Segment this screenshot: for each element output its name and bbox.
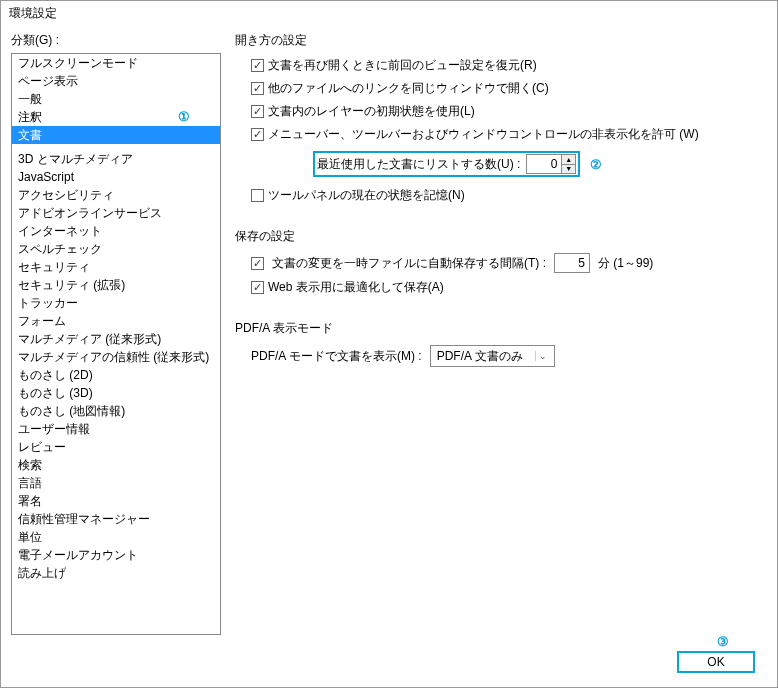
category-item[interactable]: 一般: [12, 90, 220, 108]
category-item[interactable]: ものさし (地図情報): [12, 402, 220, 420]
checkbox-remember-toolpanel[interactable]: [251, 189, 264, 202]
category-item[interactable]: 読み上げ: [12, 564, 220, 582]
category-item[interactable]: 文書: [12, 126, 220, 144]
annotation-1: ①: [178, 109, 190, 125]
group-title-pdfa: PDF/A 表示モード: [235, 320, 767, 337]
category-item[interactable]: JavaScript: [12, 168, 220, 186]
category-item[interactable]: アドビオンラインサービス: [12, 204, 220, 222]
label-autosave-unit: 分 (1～99): [598, 255, 653, 272]
spin-up-icon[interactable]: ▲: [562, 155, 575, 165]
group-save-settings: 保存の設定 文書の変更を一時ファイルに自動保存する間隔(T) : 分 (1～99…: [235, 228, 767, 296]
category-item[interactable]: 電子メールアカウント: [12, 546, 220, 564]
window-title: 環境設定: [1, 1, 777, 26]
checkbox-web-optimize[interactable]: [251, 281, 264, 294]
group-title-open: 開き方の設定: [235, 32, 767, 49]
category-item[interactable]: マルチメディア (従来形式): [12, 330, 220, 348]
category-item[interactable]: セキュリティ: [12, 258, 220, 276]
category-item[interactable]: 署名: [12, 492, 220, 510]
input-recent-docs[interactable]: [527, 155, 561, 173]
ok-button[interactable]: OK: [677, 651, 755, 673]
select-pdfa-value: PDF/A 文書のみ: [437, 348, 523, 365]
category-item[interactable]: セキュリティ (拡張): [12, 276, 220, 294]
label-web-optimize: Web 表示用に最適化して保存(A): [268, 279, 444, 296]
category-item[interactable]: トラッカー: [12, 294, 220, 312]
label-recent-docs: 最近使用した文書にリストする数(U) :: [317, 156, 520, 173]
label-same-window-links: 他のファイルへのリンクを同じウィンドウで開く(C): [268, 80, 549, 97]
preferences-dialog: 環境設定 分類(G) : フルスクリーンモードページ表示一般注釈①文書3D とマ…: [0, 0, 778, 688]
chevron-down-icon: ⌄: [535, 351, 550, 361]
category-panel: 分類(G) : フルスクリーンモードページ表示一般注釈①文書3D とマルチメディ…: [11, 32, 221, 635]
select-pdfa-mode[interactable]: PDF/A 文書のみ ⌄: [430, 345, 555, 367]
label-allow-hide-controls: メニューバー、ツールバーおよびウィンドウコントロールの非表示化を許可 (W): [268, 126, 699, 143]
dialog-footer: OK: [1, 645, 777, 687]
category-item[interactable]: ユーザー情報: [12, 420, 220, 438]
category-item[interactable]: ものさし (3D): [12, 384, 220, 402]
category-item[interactable]: フォーム: [12, 312, 220, 330]
annotation-2: ②: [590, 157, 602, 172]
spin-down-icon[interactable]: ▼: [562, 165, 575, 174]
category-item[interactable]: 注釈①: [12, 108, 220, 126]
category-label: 分類(G) :: [11, 32, 221, 49]
checkbox-autosave[interactable]: [251, 257, 264, 270]
category-item[interactable]: マルチメディアの信頼性 (従来形式): [12, 348, 220, 366]
group-pdfa-mode: PDF/A 表示モード PDF/A モードで文書を表示(M) : PDF/A 文…: [235, 320, 767, 367]
checkbox-restore-view[interactable]: [251, 59, 264, 72]
checkbox-layer-initial[interactable]: [251, 105, 264, 118]
label-restore-view: 文書を再び開くときに前回のビュー設定を復元(R): [268, 57, 537, 74]
label-layer-initial: 文書内のレイヤーの初期状態を使用(L): [268, 103, 475, 120]
ok-button-label: OK: [707, 655, 724, 669]
category-item[interactable]: インターネット: [12, 222, 220, 240]
category-item[interactable]: アクセシビリティ: [12, 186, 220, 204]
category-item[interactable]: ページ表示: [12, 72, 220, 90]
category-item[interactable]: フルスクリーンモード: [12, 54, 220, 72]
annotation-3: ③: [717, 634, 729, 649]
checkbox-same-window-links[interactable]: [251, 82, 264, 95]
category-listbox[interactable]: フルスクリーンモードページ表示一般注釈①文書3D とマルチメディアJavaScr…: [11, 53, 221, 635]
category-item[interactable]: 信頼性管理マネージャー: [12, 510, 220, 528]
category-item[interactable]: 3D とマルチメディア: [12, 150, 220, 168]
settings-panel: 開き方の設定 文書を再び開くときに前回のビュー設定を復元(R) 他のファイルへの…: [235, 32, 767, 635]
checkbox-allow-hide-controls[interactable]: [251, 128, 264, 141]
input-autosave-minutes[interactable]: [554, 253, 590, 273]
spin-recent-docs[interactable]: ▲ ▼: [526, 154, 576, 174]
label-pdfa-mode: PDF/A モードで文書を表示(M) :: [251, 348, 422, 365]
group-title-save: 保存の設定: [235, 228, 767, 245]
category-item[interactable]: 言語: [12, 474, 220, 492]
group-open-settings: 開き方の設定 文書を再び開くときに前回のビュー設定を復元(R) 他のファイルへの…: [235, 32, 767, 204]
category-item[interactable]: スペルチェック: [12, 240, 220, 258]
category-item[interactable]: レビュー: [12, 438, 220, 456]
category-item[interactable]: 単位: [12, 528, 220, 546]
label-autosave: 文書の変更を一時ファイルに自動保存する間隔(T) :: [272, 255, 546, 272]
category-item[interactable]: 検索: [12, 456, 220, 474]
recent-docs-highlight: 最近使用した文書にリストする数(U) : ▲ ▼: [313, 151, 580, 177]
label-remember-toolpanel: ツールパネルの現在の状態を記憶(N): [268, 187, 465, 204]
category-item[interactable]: ものさし (2D): [12, 366, 220, 384]
content-area: 分類(G) : フルスクリーンモードページ表示一般注釈①文書3D とマルチメディ…: [1, 26, 777, 645]
